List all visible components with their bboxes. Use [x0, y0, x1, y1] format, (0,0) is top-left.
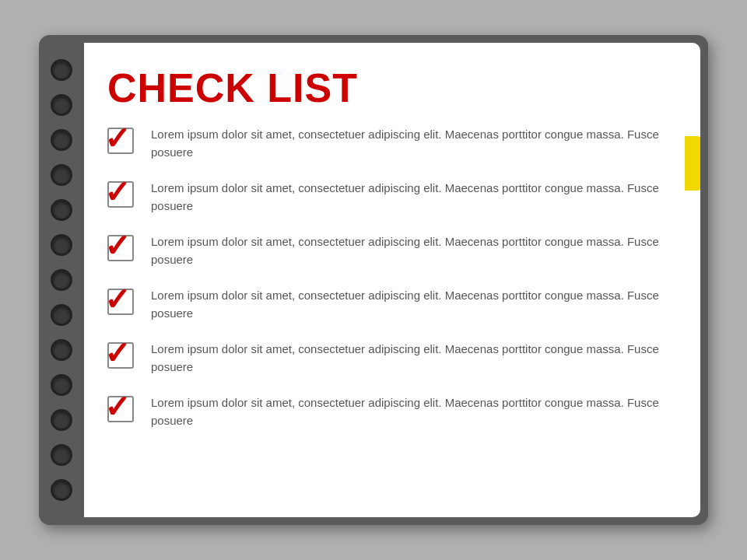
spiral-ring [51, 129, 72, 151]
spiral-ring [51, 409, 72, 431]
yellow-tab [685, 136, 700, 191]
checkbox-wrapper: ✓ [107, 396, 137, 425]
spiral-binding [39, 35, 84, 525]
checkbox-wrapper: ✓ [107, 289, 137, 318]
notebook: CHECK LIST ✓ Lorem ipsum dolor sit amet,… [39, 35, 708, 525]
checkmark-icon: ✓ [104, 338, 131, 369]
item-text: Lorem ipsum dolor sit amet, consectetuer… [151, 341, 661, 376]
checkmark-icon: ✓ [104, 284, 131, 315]
spiral-ring [51, 374, 72, 396]
checkbox-wrapper: ✓ [107, 235, 137, 264]
spiral-ring [51, 199, 72, 221]
list-item[interactable]: ✓ Lorem ipsum dolor sit amet, consectetu… [107, 387, 661, 429]
item-text: Lorem ipsum dolor sit amet, consectetuer… [151, 233, 661, 268]
checkmark-icon: ✓ [104, 123, 131, 154]
spiral-ring [51, 94, 72, 116]
spiral-ring [51, 269, 72, 291]
checkbox-wrapper: ✓ [107, 128, 137, 157]
item-text: Lorem ipsum dolor sit amet, consectetuer… [151, 394, 661, 429]
list-item[interactable]: ✓ Lorem ipsum dolor sit amet, consectetu… [107, 333, 661, 376]
list-item[interactable]: ✓ Lorem ipsum dolor sit amet, consectetu… [107, 279, 661, 322]
list-item[interactable]: ✓ Lorem ipsum dolor sit amet, consectetu… [107, 226, 661, 268]
checkbox-wrapper: ✓ [107, 181, 137, 211]
item-text: Lorem ipsum dolor sit amet, consectetuer… [151, 126, 661, 161]
spiral-ring [51, 339, 72, 361]
spiral-ring [51, 234, 72, 256]
checkmark-icon: ✓ [104, 177, 131, 208]
list-item[interactable]: ✓ Lorem ipsum dolor sit amet, consectetu… [107, 126, 661, 161]
spiral-ring [51, 164, 72, 186]
notebook-page: CHECK LIST ✓ Lorem ipsum dolor sit amet,… [84, 43, 700, 517]
spiral-ring [51, 444, 72, 466]
item-text: Lorem ipsum dolor sit amet, consectetuer… [151, 287, 661, 322]
list-item[interactable]: ✓ Lorem ipsum dolor sit amet, consectetu… [107, 172, 661, 215]
spiral-ring [51, 479, 72, 501]
checkmark-icon: ✓ [104, 230, 131, 261]
item-text: Lorem ipsum dolor sit amet, consectetuer… [151, 180, 661, 215]
spiral-ring [51, 59, 72, 81]
spiral-ring [51, 304, 72, 326]
page-title: CHECK LIST [107, 66, 661, 110]
checklist: ✓ Lorem ipsum dolor sit amet, consectetu… [107, 126, 661, 429]
checkmark-icon: ✓ [104, 391, 131, 422]
checkbox-wrapper: ✓ [107, 342, 137, 372]
